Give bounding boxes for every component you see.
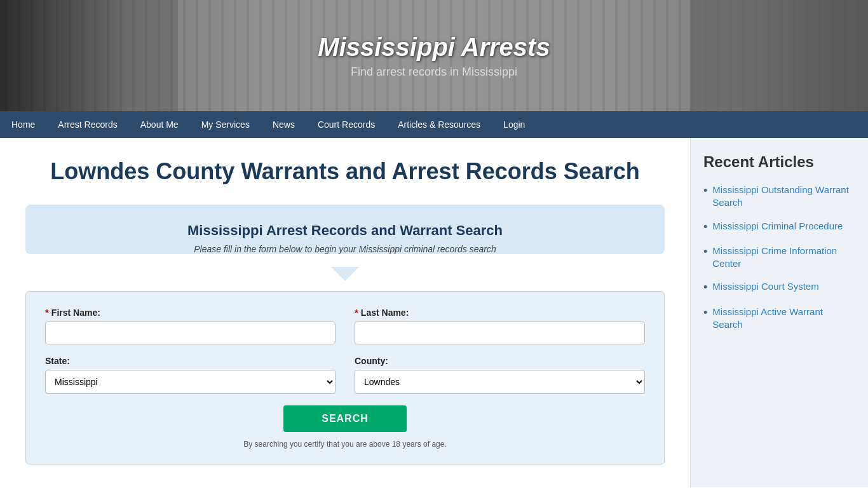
nav-item-news[interactable]: News [261,111,306,138]
sidebar-title: Recent Articles [703,153,855,171]
first-name-group: * First Name: [45,307,336,344]
location-row: State: Mississippi County: Lowndes [45,356,645,394]
required-star-firstname: * [45,307,49,318]
nav-item-login[interactable]: Login [492,111,536,138]
main-nav: Home Arrest Records About Me My Services… [0,111,868,138]
search-form-container: * First Name: * Last Name: State: [25,291,665,464]
nav-item-articles-resources[interactable]: Articles & Resources [386,111,492,138]
search-card: Mississippi Arrest Records and Warrant S… [25,205,665,254]
state-select[interactable]: Mississippi [45,370,336,394]
nav-item-court-records[interactable]: Court Records [306,111,386,138]
last-name-input[interactable] [355,322,645,344]
sidebar: Recent Articles Mississippi Outstanding … [690,138,868,487]
article-link-crime-information-center[interactable]: Mississippi Crime Information Center [712,245,855,271]
list-item: Mississippi Crime Information Center [703,245,855,271]
name-row: * First Name: * Last Name: [45,307,645,344]
recent-articles-list: Mississippi Outstanding Warrant Search M… [703,184,855,331]
article-link-outstanding-warrant[interactable]: Mississippi Outstanding Warrant Search [712,184,855,210]
nav-item-home[interactable]: Home [0,111,46,138]
nav-item-about-me[interactable]: About Me [129,111,190,138]
list-item: Mississippi Criminal Procedure [703,220,855,234]
hero-banner: Mississippi Arrests Find arrest records … [0,0,868,111]
search-button[interactable]: SEARCH [283,405,407,432]
state-group: State: Mississippi [45,356,336,394]
last-name-label: * Last Name: [355,307,645,318]
county-group: County: Lowndes [355,356,645,394]
search-card-title: Mississippi Arrest Records and Warrant S… [44,222,646,239]
last-name-group: * Last Name: [355,307,645,344]
main-layout: Lowndes County Warrants and Arrest Recor… [0,138,868,487]
site-title: Mississippi Arrests [318,33,550,62]
main-content: Lowndes County Warrants and Arrest Recor… [0,138,690,487]
first-name-label: * First Name: [45,307,336,318]
county-label: County: [355,356,645,366]
nav-item-my-services[interactable]: My Services [190,111,261,138]
search-card-subtitle: Please fill in the form below to begin y… [44,244,646,254]
list-item: Mississippi Active Warrant Search [703,306,855,332]
form-disclaimer: By searching you certify that you are ab… [45,440,645,449]
article-link-criminal-procedure[interactable]: Mississippi Criminal Procedure [712,220,843,233]
site-subtitle: Find arrest records in Mississippi [351,65,517,79]
chevron-down-icon [331,267,359,281]
state-label: State: [45,356,336,366]
page-title: Lowndes County Warrants and Arrest Recor… [25,157,665,186]
list-item: Mississippi Court System [703,280,855,295]
article-link-court-system[interactable]: Mississippi Court System [712,280,819,293]
required-star-lastname: * [355,307,358,318]
article-link-active-warrant[interactable]: Mississippi Active Warrant Search [712,306,855,332]
nav-item-arrest-records[interactable]: Arrest Records [46,111,128,138]
first-name-input[interactable] [45,322,336,344]
county-select[interactable]: Lowndes [355,370,645,394]
list-item: Mississippi Outstanding Warrant Search [703,184,855,210]
